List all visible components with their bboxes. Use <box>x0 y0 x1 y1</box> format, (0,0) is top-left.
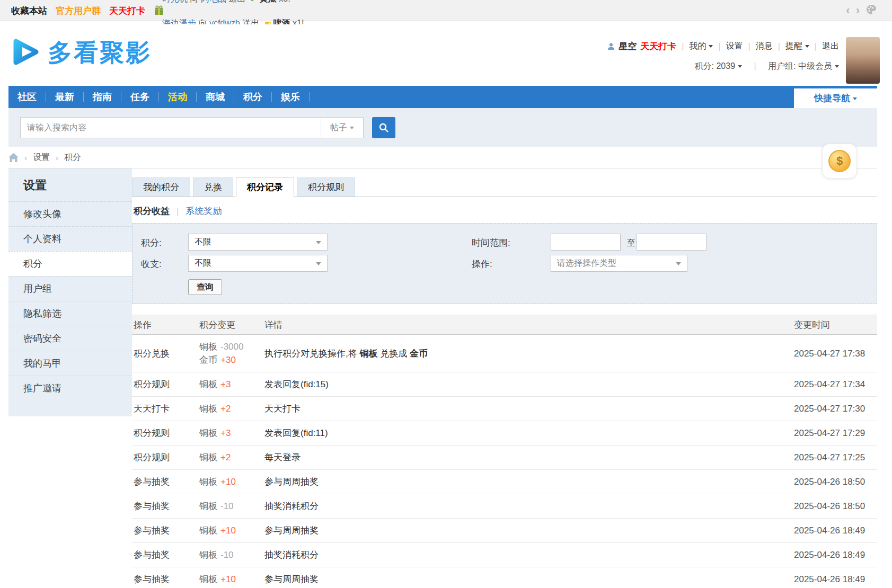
sidebar-title: 设置 <box>8 168 132 201</box>
notice-bar: 收藏本站 官方用户群 天天打卡 时光机 向 闪电战 送出 黄瓜 x5!海边漫步 … <box>0 0 892 21</box>
table-header-time: 变更时间 <box>792 315 877 335</box>
time-cell: 2025-04-26 18:50 <box>792 494 877 518</box>
username-link[interactable]: 星空 <box>619 40 637 52</box>
daily-checkin-link[interactable]: 天天打卡 <box>109 5 145 17</box>
notice-text: 向 <box>188 0 201 3</box>
theme-palette-icon[interactable] <box>865 4 877 17</box>
tab-3[interactable]: 积分记录 <box>236 177 294 197</box>
notice-receiver-link[interactable]: 闪电战 <box>201 0 226 3</box>
table-header-op: 操作 <box>132 315 198 335</box>
site-logo[interactable]: 多看聚影 <box>8 35 152 71</box>
op-cell: 参与抽奖 <box>132 567 198 588</box>
nav-item-4[interactable]: 任务 <box>121 86 158 108</box>
favorite-site-link[interactable]: 收藏本站 <box>11 5 47 17</box>
detail-text: 抽奖消耗积分 <box>264 550 319 560</box>
detail-cell: 执行积分对兑换操作,将 铜板 兑换成 金币 <box>263 342 792 366</box>
sidebar-item-7[interactable]: 我的马甲 <box>8 351 132 376</box>
nav-item-1[interactable]: 社区 <box>8 86 46 108</box>
user-menu-3[interactable]: 消息 <box>756 41 773 52</box>
time-cell: 2025-04-27 17:30 <box>792 397 877 421</box>
beer-icon <box>263 16 272 24</box>
notice-next-icon[interactable]: › <box>856 1 860 20</box>
search-button[interactable] <box>372 117 395 138</box>
official-group-link[interactable]: 官方用户群 <box>56 5 101 17</box>
sidebar-item-6[interactable]: 密码安全 <box>8 326 132 351</box>
sidebar-item-4[interactable]: 用户组 <box>8 276 132 301</box>
op-cell: 参与抽奖 <box>132 543 198 567</box>
breadcrumb-credits[interactable]: 积分 <box>64 152 81 163</box>
credit-value: +2 <box>220 452 231 462</box>
nav-item-3[interactable]: 指南 <box>84 86 121 108</box>
user-menu-1[interactable]: 我的 <box>689 41 713 52</box>
search-bar: 帖子 <box>8 108 877 147</box>
user-avatar[interactable] <box>846 37 880 84</box>
change-line: 铜板+10 <box>199 524 263 537</box>
search-type-select[interactable]: 帖子 <box>321 118 363 138</box>
subnav-system-reward-link[interactable]: 系统奖励 <box>186 205 222 217</box>
tab-2[interactable]: 兑换 <box>193 177 233 197</box>
user-menu-5[interactable]: 退出 <box>822 41 839 52</box>
notice-sender-link[interactable]: 时光机 <box>162 0 188 3</box>
divider: | <box>176 206 179 217</box>
divider: | <box>718 42 720 51</box>
sidebar-item-5[interactable]: 隐私筛选 <box>8 301 132 326</box>
notice-text: 送出 <box>240 19 262 24</box>
home-icon[interactable] <box>8 153 19 162</box>
notice-gift-count: x5! <box>277 0 290 3</box>
table-row: 参与抽奖铜板+10参与周周抽奖2025-04-26 18:49 <box>132 567 877 588</box>
points-float-widget[interactable]: $ <box>822 144 857 179</box>
time-end-input[interactable] <box>637 234 706 251</box>
change-line: 铜板+3 <box>199 378 263 391</box>
nav-item-7[interactable]: 积分 <box>234 86 271 108</box>
search-input[interactable] <box>21 118 321 138</box>
breadcrumb-settings[interactable]: 设置 <box>33 152 50 163</box>
operation-type-select[interactable]: 请选择操作类型 <box>551 255 687 272</box>
op-cell: 积分规则 <box>132 372 198 396</box>
time-start-input[interactable] <box>551 234 621 251</box>
sidebar-item-8[interactable]: 推广邀请 <box>8 376 132 400</box>
subnav-income-tab[interactable]: 积分收益 <box>134 205 170 217</box>
nav-item-5[interactable]: 活动 <box>159 86 196 108</box>
change-line: 铜板+2 <box>199 402 263 415</box>
quick-nav-button[interactable]: 快捷导航 <box>794 88 877 108</box>
change-cell: 铜板+10 <box>198 519 263 542</box>
change-cell: 铜板-10 <box>198 543 263 567</box>
query-button[interactable]: 查询 <box>188 279 222 295</box>
search-icon <box>378 122 389 133</box>
site-header: 多看聚影 星空 天天打卡 |我的|设置|消息|提醒|退出 积分: 2039 | … <box>8 21 877 86</box>
nav-item-8[interactable]: 娱乐 <box>272 86 309 108</box>
user-menu-2[interactable]: 设置 <box>726 41 743 52</box>
balance-filter-select[interactable]: 不限 <box>188 255 328 272</box>
credit-name: 铜板 <box>199 501 217 511</box>
sidebar-item-3[interactable]: 积分 <box>8 251 132 276</box>
op-cell: 参与抽奖 <box>132 470 198 494</box>
table-row: 积分兑换铜板-3000金币+30执行积分对兑换操作,将 铜板 兑换成 金币202… <box>132 335 877 372</box>
notice-prev-icon[interactable]: ‹ <box>846 1 850 20</box>
nav-item-2[interactable]: 最新 <box>46 86 83 108</box>
usergroup-dropdown[interactable]: 用户组: 中级会员 <box>768 61 839 70</box>
notice-receiver-link[interactable]: ycfdwzb <box>209 19 240 24</box>
user-menu-4[interactable]: 提醒 <box>785 41 809 52</box>
tab-4[interactable]: 积分规则 <box>297 177 355 197</box>
sidebar-item-2[interactable]: 个人资料 <box>8 226 132 251</box>
checkin-badge-link[interactable]: 天天打卡 <box>640 40 676 52</box>
credit-name: 铜板 <box>199 404 217 414</box>
points-dropdown[interactable]: 积分: 2039 <box>695 61 742 70</box>
sidebar-item-1[interactable]: 修改头像 <box>8 201 132 226</box>
credit-value: +3 <box>220 428 231 438</box>
points-log-table: 操作积分变更详情变更时间 积分兑换铜板-3000金币+30执行积分对兑换操作,将… <box>132 315 877 588</box>
op-cell: 积分规则 <box>132 421 198 445</box>
operation-filter-label: 操作: <box>472 256 492 273</box>
credit-filter-select[interactable]: 不限 <box>188 234 328 251</box>
detail-text: 参与周周抽奖 <box>264 477 319 487</box>
tab-1[interactable]: 我的积分 <box>132 177 190 197</box>
settings-sidebar: 设置 修改头像个人资料积分用户组隐私筛选密码安全我的马甲推广邀请 <box>8 168 132 416</box>
notice-sender-link[interactable]: 海边漫步 <box>162 19 196 24</box>
nav-item-6[interactable]: 商城 <box>197 86 234 108</box>
user-info-block: 星空 天天打卡 |我的|设置|消息|提醒|退出 积分: 2039 | 用户组: … <box>607 40 839 72</box>
gift-notice-marquee[interactable]: 时光机 向 闪电战 送出 黄瓜 x5!海边漫步 向 ycfdwzb 送出 啤酒 … <box>162 0 406 24</box>
change-line: 铜板-10 <box>199 548 263 562</box>
content-area: 设置 修改头像个人资料积分用户组隐私筛选密码安全我的马甲推广邀请 我的积分兑换积… <box>8 168 877 588</box>
chevron-down-icon <box>709 45 713 48</box>
credit-name: 铜板 <box>199 342 217 352</box>
